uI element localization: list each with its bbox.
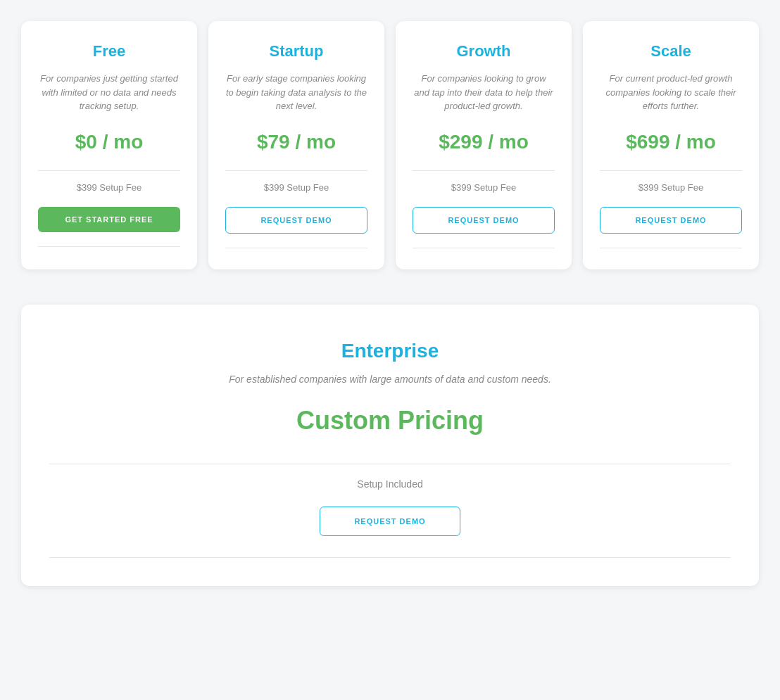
plan-cta-button-startup[interactable]: REQUEST DEMO xyxy=(225,207,367,234)
enterprise-setup-info: Setup Included xyxy=(357,478,422,490)
pricing-card-free: Free For companies just getting started … xyxy=(21,21,197,269)
enterprise-section: Enterprise For established companies wit… xyxy=(21,305,759,586)
pricing-card-startup: Startup For early stage companies lookin… xyxy=(208,21,384,269)
pricing-card-scale: Scale For current product-led growth com… xyxy=(583,21,759,269)
plan-top-divider-free xyxy=(38,170,180,171)
plan-top-divider-scale xyxy=(600,170,742,171)
plan-description-free: For companies just getting started with … xyxy=(38,72,180,114)
plan-bottom-divider-startup xyxy=(225,248,367,248)
plan-description-startup: For early stage companies looking to beg… xyxy=(225,72,367,114)
plan-price-growth: $299 / mo xyxy=(439,131,529,153)
enterprise-top-divider xyxy=(49,464,731,464)
enterprise-plan-description: For established companies with large amo… xyxy=(229,374,551,385)
plan-cta-button-free[interactable]: GET STARTED FREE xyxy=(38,207,180,232)
pricing-card-growth: Growth For companies looking to grow and… xyxy=(396,21,572,269)
enterprise-request-demo-button[interactable]: REQUEST DEMO xyxy=(320,507,460,536)
plan-price-free: $0 / mo xyxy=(75,131,143,153)
plan-setup-fee-startup: $399 Setup Fee xyxy=(264,182,329,193)
pricing-cards-container: Free For companies just getting started … xyxy=(14,14,766,276)
plan-setup-fee-growth: $399 Setup Fee xyxy=(451,182,517,193)
plan-setup-fee-free: $399 Setup Fee xyxy=(77,182,142,193)
enterprise-bottom-divider xyxy=(49,557,731,558)
plan-bottom-divider-growth xyxy=(413,248,555,248)
plan-top-divider-growth xyxy=(413,170,555,171)
plan-price-startup: $79 / mo xyxy=(257,131,336,153)
enterprise-plan-name: Enterprise xyxy=(341,340,439,362)
plan-cta-button-growth[interactable]: REQUEST DEMO xyxy=(413,207,555,234)
enterprise-plan-price: Custom Pricing xyxy=(296,406,484,435)
plan-cta-button-scale[interactable]: REQUEST DEMO xyxy=(600,207,742,234)
plan-name-startup: Startup xyxy=(270,42,324,61)
plan-description-growth: For companies looking to grow and tap in… xyxy=(413,72,555,114)
plan-bottom-divider-scale xyxy=(600,248,742,248)
plan-name-growth: Growth xyxy=(457,42,511,61)
plan-price-scale: $699 / mo xyxy=(626,131,716,153)
plan-bottom-divider-free xyxy=(38,246,180,247)
plan-setup-fee-scale: $399 Setup Fee xyxy=(639,182,704,193)
plan-name-free: Free xyxy=(93,42,125,61)
plan-name-scale: Scale xyxy=(650,42,691,61)
plan-description-scale: For current product-led growth companies… xyxy=(600,72,742,114)
plan-top-divider-startup xyxy=(225,170,367,171)
